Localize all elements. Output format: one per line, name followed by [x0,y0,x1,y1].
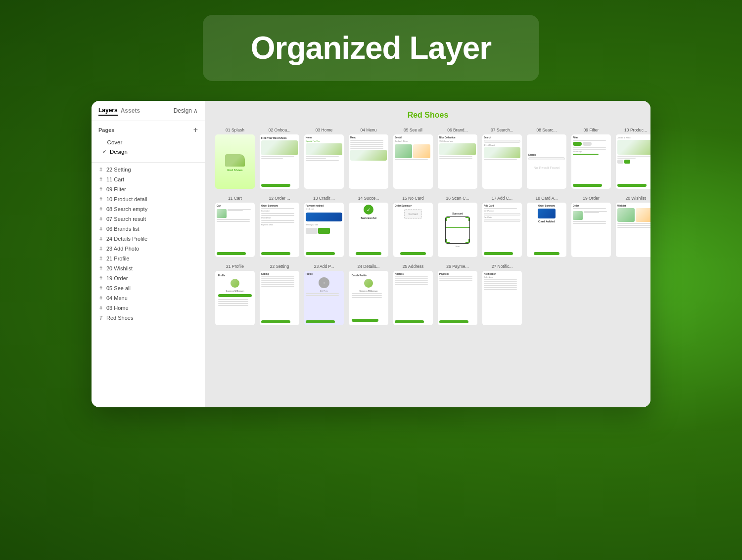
layer-05-see-all[interactable]: # 05 See all [92,283,205,293]
frame-26-payment[interactable]: 26 Payme... Payment [438,264,477,325]
frame-thumb: Find Your Best Shoes [260,134,299,189]
layer-label: 09 Filter [106,186,126,192]
layer-11-cart[interactable]: # 11 Cart [92,174,205,184]
frame-label: 13 Cradit ... [313,196,335,201]
frame-icon: # [98,197,103,202]
layer-08-search-empty[interactable]: # 08 Search empty [92,204,205,214]
frame-27-notification[interactable]: 27 Notific... Notification Order Arrive [482,264,522,325]
frame-thumb: Profile + Add Photo [304,271,344,325]
layer-09-filter[interactable]: # 09 Filter [92,184,205,194]
frame-20-wishlist[interactable]: 20 Wishlist Wishlist [616,196,650,257]
page-cover-label: Cover [107,139,123,145]
layer-label: 10 Product detail [106,196,147,202]
layer-label: 03 Home [106,305,129,311]
check-icon: ✓ [102,148,107,155]
frame-label: 22 Setting [270,264,289,269]
frame-icon: # [98,187,103,192]
layer-label: 07 Search result [106,216,146,222]
page-design-label: Design [110,149,128,155]
frame-icon: # [98,305,103,311]
canvas-area[interactable]: Red Shoes 01 Splash Red Shoes 02 Onboa. [205,101,650,407]
shoe-graphic [225,154,245,167]
layer-23-add-photo[interactable]: # 23 Add Photo [92,244,205,254]
frame-05-see-all[interactable]: 05 See all See All Jordan 1 Retro [393,128,433,189]
page-design[interactable]: ✓ Design [92,147,205,156]
layer-label: 22 Setting [106,167,131,172]
frame-thumb: ✓ Successful [349,203,388,257]
frame-22-setting[interactable]: 22 Setting Setting [260,264,299,325]
frame-icon: # [98,177,103,182]
layer-label: Red Shoes [106,315,133,321]
frame-17-add-card[interactable]: 17 Add C... Add Card Card Number Card Da… [482,196,522,257]
frame-icon: # [98,167,103,172]
tab-layers[interactable]: Layers [98,106,118,116]
frame-thumb: Menu [349,134,388,189]
frame-06-brands[interactable]: 06 Brand... Nike Collection 1501 Items l… [438,128,477,189]
layer-label: 21 Profile [106,256,129,261]
pages-add-button[interactable]: + [193,126,198,134]
frame-thumb: Home Special For You [304,134,344,189]
frame-15-no-card[interactable]: 15 No Card Order Summary No Card [393,196,433,257]
layer-label: 24 Details Profile [106,236,147,242]
layer-07-search-result[interactable]: # 07 Search result [92,214,205,224]
page-items: Cover ✓ Design [92,137,205,160]
frame-thumb: Address [393,271,433,325]
layer-items: # 22 Setting # 11 Cart # 09 Filter # 10 … [92,165,205,407]
frame-03-home[interactable]: 03 Home Home Special For You [304,128,344,189]
layer-20-wishlist[interactable]: # 20 Wishlist [92,263,205,273]
layer-06-brands[interactable]: # 06 Brands list [92,224,205,234]
frame-icon: # [98,246,103,252]
frame-icon: # [98,276,103,281]
tab-assets[interactable]: Assets [121,106,140,115]
layer-label: 11 Cart [106,176,124,182]
frame-08-search-empty[interactable]: 08 Searc... Search No Result Found [527,128,566,189]
frame-07-search[interactable]: 07 Search... Search 3,115 Result [482,128,522,189]
frame-18-card-added[interactable]: 18 Card A... Order Summary Card Added [527,196,566,257]
frame-04-menu[interactable]: 04 Menu Menu [349,128,388,189]
frame-label: 07 Search... [491,128,513,132]
layer-21-profile[interactable]: # 21 Profile [92,254,205,263]
frame-10-product[interactable]: 10 Produc... Jordan 1 Retro [616,128,650,189]
frame-thumb: Jordan 1 Retro [616,134,650,189]
frame-label: 25 Address [403,264,424,269]
frame-16-scan[interactable]: 16 Scan C... Scan card Scan [438,196,477,257]
frame-11-cart[interactable]: 11 Cart Cart [215,196,255,257]
frame-icon: # [98,216,103,222]
page-cover[interactable]: Cover [92,138,205,147]
frame-14-success[interactable]: 14 Succe... ✓ Successful [349,196,388,257]
frame-21-profile[interactable]: 21 Profile Profile Cameron Williamson [215,264,255,325]
frame-13-credit[interactable]: 13 Cradit ... Payment method Credit card… [304,196,344,257]
layer-04-menu[interactable]: # 04 Menu [92,293,205,303]
frame-01-splash[interactable]: 01 Splash Red Shoes [215,128,255,189]
frame-thumb: Order [571,203,611,257]
frame-thumb: Order Summary Card Added [527,203,566,257]
frame-label: 06 Brand... [447,128,468,132]
frame-thumb: Setting [260,271,299,325]
frame-thumb: Order Summary Information Order Detail P… [260,203,299,257]
frame-09-filter[interactable]: 09 Filter Filter [571,128,611,189]
frame-02-onboarding[interactable]: 02 Onboa... Find Your Best Shoes [260,128,299,189]
frame-12-order[interactable]: 12 Order ... Order Summary Information O… [260,196,299,257]
frame-thumb: Nike Collection 1501 Items less [438,134,477,189]
layer-red-shoes[interactable]: T Red Shoes [92,313,205,323]
frame-icon: # [98,256,103,261]
frame-thumb: Search No Result Found [527,134,566,189]
tab-design[interactable]: Design ∧ [174,107,198,114]
frame-23-add-photo[interactable]: 23 Add P... Profile + Add Photo [304,264,344,325]
frame-thumb: Scan card Scan [438,203,477,257]
frame-label: 17 Add C... [492,196,512,201]
layer-22-setting[interactable]: # 22 Setting [92,165,205,174]
frame-24-details-profile[interactable]: 24 Details... Details Profile Cameron Wi… [349,264,388,325]
frames-grid: 01 Splash Red Shoes 02 Onboa... Find You… [215,128,641,325]
frame-label: 01 Splash [226,128,244,132]
layer-03-home[interactable]: # 03 Home [92,303,205,313]
layer-24-details-profile[interactable]: # 24 Details Profile [92,234,205,244]
frame-icon: # [98,296,103,301]
frame-label: 08 Searc... [536,128,556,132]
frame-icon: # [98,286,103,291]
layer-10-product[interactable]: # 10 Product detail [92,194,205,204]
layer-19-order[interactable]: # 19 Order [92,273,205,283]
frame-label: 18 Card A... [536,196,558,201]
frame-25-address[interactable]: 25 Address Address [393,264,433,325]
frame-19-order[interactable]: 19 Order Order [571,196,611,257]
